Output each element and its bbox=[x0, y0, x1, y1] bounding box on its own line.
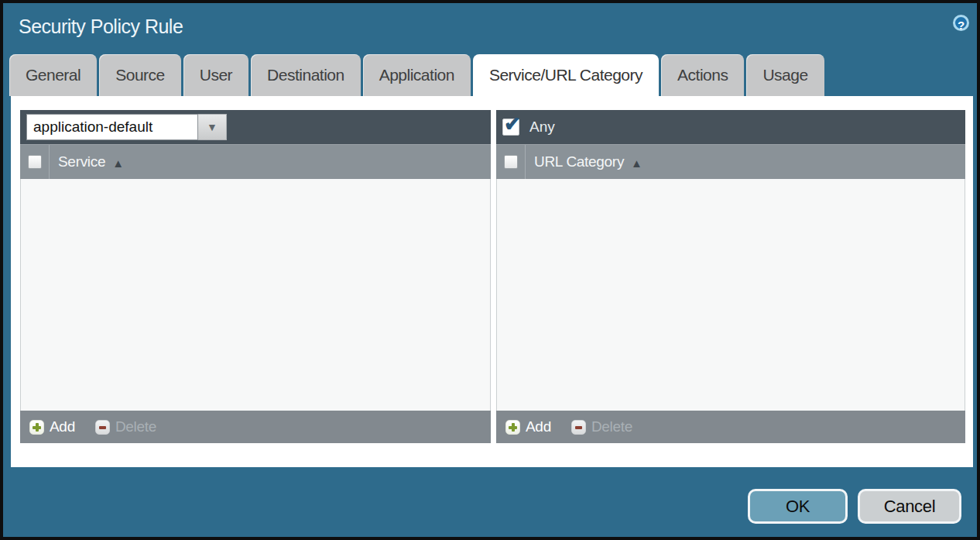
add-button-label: Add bbox=[526, 418, 551, 435]
plus-icon bbox=[29, 420, 44, 435]
tab-application[interactable]: Application bbox=[363, 54, 471, 96]
service-column-label: Service bbox=[58, 153, 105, 170]
security-policy-rule-dialog: Security Policy Rule ? General Source Us… bbox=[0, 0, 980, 540]
minus-icon bbox=[95, 420, 110, 435]
tab-user[interactable]: User bbox=[183, 54, 248, 96]
url-category-select-all-cell bbox=[496, 145, 526, 179]
url-category-column-label-wrap: URL Category ▲ bbox=[526, 145, 642, 179]
ok-button[interactable]: OK bbox=[748, 489, 848, 524]
tab-destination[interactable]: Destination bbox=[251, 54, 361, 96]
any-label: Any bbox=[529, 119, 555, 136]
delete-button-label: Delete bbox=[115, 418, 156, 435]
service-select-all-cell bbox=[20, 145, 50, 179]
url-category-column-header[interactable]: URL Category ▲ bbox=[496, 144, 965, 179]
service-delete-button[interactable]: Delete bbox=[95, 418, 156, 435]
sort-ascending-icon: ▲ bbox=[112, 156, 124, 169]
tab-general[interactable]: General bbox=[9, 54, 97, 96]
service-panel: ▼ Service ▲ Add bbox=[20, 110, 491, 443]
plus-icon bbox=[505, 420, 520, 435]
service-column-label-wrap: Service ▲ bbox=[50, 145, 124, 179]
delete-button-label: Delete bbox=[591, 418, 632, 435]
service-panel-topbar: ▼ bbox=[20, 110, 491, 144]
service-type-input[interactable] bbox=[26, 114, 198, 140]
checkmark-icon: ✔ bbox=[504, 114, 521, 134]
url-category-delete-button[interactable]: Delete bbox=[571, 418, 632, 435]
any-checkbox[interactable]: ✔ bbox=[502, 119, 519, 136]
url-category-select-all-checkbox[interactable] bbox=[504, 155, 518, 169]
tab-service-url-category[interactable]: Service/URL Category bbox=[473, 54, 659, 96]
url-category-column-label: URL Category bbox=[534, 153, 624, 170]
chevron-down-icon: ▼ bbox=[207, 122, 218, 132]
sort-ascending-icon: ▲ bbox=[631, 156, 642, 169]
dialog-title: Security Policy Rule bbox=[19, 15, 183, 38]
cancel-button[interactable]: Cancel bbox=[858, 489, 961, 524]
url-category-add-button[interactable]: Add bbox=[505, 418, 551, 435]
service-type-combobox: ▼ bbox=[26, 114, 227, 140]
service-type-dropdown-button[interactable]: ▼ bbox=[198, 114, 227, 140]
url-category-panel: ✔ Any URL Category ▲ Add bbox=[496, 110, 965, 443]
tab-source[interactable]: Source bbox=[99, 54, 181, 96]
url-category-panel-topbar: ✔ Any bbox=[496, 110, 965, 144]
minus-icon bbox=[571, 420, 586, 435]
service-add-button[interactable]: Add bbox=[29, 418, 75, 435]
url-category-panel-footer: Add Delete bbox=[496, 411, 965, 443]
service-column-header[interactable]: Service ▲ bbox=[20, 144, 491, 179]
service-select-all-checkbox[interactable] bbox=[28, 155, 42, 169]
url-category-list-body[interactable] bbox=[496, 179, 965, 411]
add-button-label: Add bbox=[50, 418, 75, 435]
service-panel-footer: Add Delete bbox=[20, 411, 491, 443]
tab-bar: General Source User Destination Applicat… bbox=[9, 54, 977, 96]
service-list-body[interactable] bbox=[20, 179, 491, 411]
help-icon[interactable]: ? bbox=[953, 15, 969, 31]
tab-usage[interactable]: Usage bbox=[746, 54, 824, 96]
tab-actions[interactable]: Actions bbox=[661, 54, 744, 96]
tab-content-area: ▼ Service ▲ Add bbox=[11, 96, 973, 467]
